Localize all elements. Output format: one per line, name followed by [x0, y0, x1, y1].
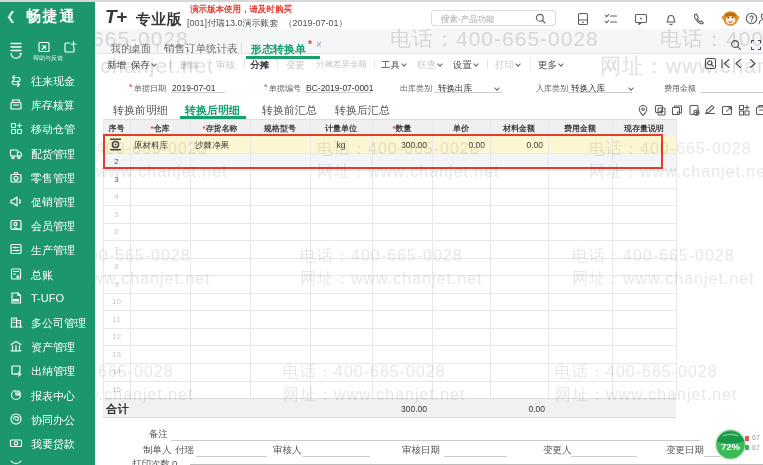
svg-text:72%: 72% — [721, 441, 741, 452]
